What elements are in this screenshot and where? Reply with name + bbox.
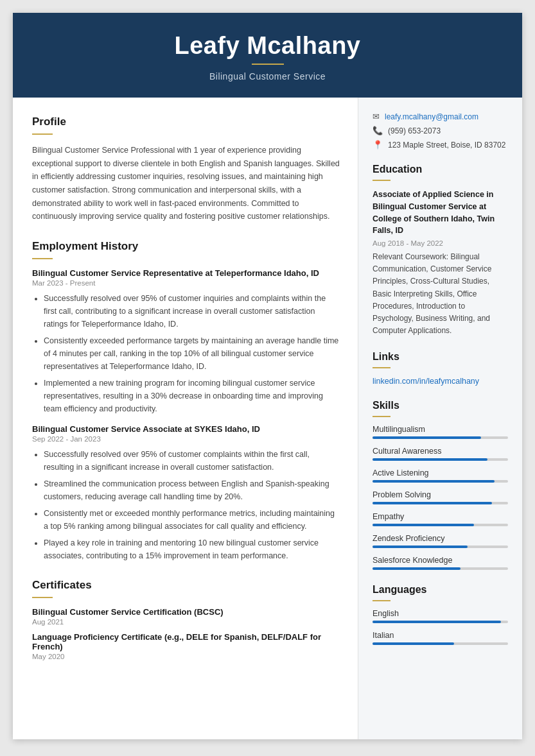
- skill-name: Salesforce Knowledge: [373, 556, 508, 565]
- lang-bar-fill: [373, 642, 454, 645]
- skill-bar-bg: [373, 567, 508, 570]
- skill-bar-fill: [373, 458, 487, 461]
- skill-bar-bg: [373, 524, 508, 526]
- left-column: Profile Bilingual Customer Service Profe…: [13, 98, 358, 739]
- skill-bar-fill: [373, 524, 474, 526]
- lang-bar-fill: [373, 621, 501, 623]
- languages-list: English Italian: [373, 609, 508, 645]
- skill-item: Empathy: [373, 512, 508, 526]
- lang-bar-bg: [373, 621, 508, 623]
- profile-text: Bilingual Customer Service Professional …: [32, 144, 340, 223]
- resume-header: Leafy Mcalhany Bilingual Customer Servic…: [13, 13, 522, 98]
- links-section: Links linkedin.com/in/leafymcalhany: [373, 351, 508, 386]
- profile-divider: [32, 133, 53, 135]
- skill-bar-fill: [373, 567, 460, 570]
- certificates-divider: [32, 597, 53, 598]
- job-bullets-2: Successfully resolved over 95% of custom…: [32, 448, 340, 562]
- cert-item: Language Proficiency Certificate (e.g., …: [32, 632, 340, 660]
- certificates-section: Certificates Bilingual Customer Service …: [32, 579, 340, 660]
- edu-date: Aug 2018 - May 2022: [373, 239, 508, 247]
- linkedin-link[interactable]: linkedin.com/in/leafymcalhany: [373, 377, 479, 386]
- employment-title: Employment History: [32, 240, 340, 253]
- job-item: Bilingual Customer Service Representativ…: [32, 268, 340, 415]
- skill-item: Problem Solving: [373, 490, 508, 504]
- contact-email-item: ✉ leafy.mcalhany@gmail.com: [373, 112, 508, 121]
- links-title: Links: [373, 351, 508, 363]
- contact-phone-item: 📞 (959) 653-2073: [373, 126, 508, 135]
- job-date-1: Mar 2023 - Present: [32, 279, 340, 287]
- skill-bar-fill: [373, 436, 481, 439]
- profile-section: Profile Bilingual Customer Service Profe…: [32, 116, 340, 223]
- skill-name: Multilingualism: [373, 425, 508, 434]
- phone-text: (959) 653-2073: [388, 126, 441, 135]
- contact-section: ✉ leafy.mcalhany@gmail.com 📞 (959) 653-2…: [373, 112, 508, 150]
- bullet: Played a key role in training and mentor…: [44, 537, 340, 562]
- lang-item: Italian: [373, 631, 508, 645]
- education-section: Education Associate of Applied Science i…: [373, 164, 508, 337]
- skill-item: Cultural Awareness: [373, 447, 508, 461]
- languages-title: Languages: [373, 584, 508, 596]
- right-column: ✉ leafy.mcalhany@gmail.com 📞 (959) 653-2…: [358, 98, 522, 739]
- bullet: Consistently met or exceeded monthly per…: [44, 507, 340, 533]
- bullet: Successfully resolved over 95% of custom…: [44, 292, 340, 331]
- skill-bar-fill: [373, 502, 492, 504]
- skill-bar-bg: [373, 502, 508, 504]
- skill-bar-fill: [373, 546, 468, 548]
- skills-divider: [373, 416, 390, 417]
- employment-divider: [32, 258, 53, 259]
- education-divider: [373, 180, 390, 181]
- skill-bar-bg: [373, 480, 508, 483]
- cert-date-1: Aug 2021: [32, 618, 340, 626]
- job-date-2: Sep 2022 - Jan 2023: [32, 435, 340, 443]
- edu-degree: Associate of Applied Science in Bilingua…: [373, 189, 508, 237]
- bullet: Implemented a new training program for i…: [44, 377, 340, 415]
- skills-section: Skills Multilingualism Cultural Awarenes…: [373, 400, 508, 570]
- location-icon: 📍: [373, 140, 383, 150]
- skill-name: Active Listening: [373, 468, 508, 477]
- job-title-1: Bilingual Customer Service Representativ…: [32, 268, 340, 278]
- skill-item: Salesforce Knowledge: [373, 556, 508, 570]
- skill-name: Cultural Awareness: [373, 447, 508, 456]
- languages-divider: [373, 600, 390, 601]
- skills-list: Multilingualism Cultural Awareness Activ…: [373, 425, 508, 570]
- email-link[interactable]: leafy.mcalhany@gmail.com: [385, 112, 478, 121]
- skill-item: Multilingualism: [373, 425, 508, 439]
- candidate-name: Leafy Mcalhany: [39, 32, 496, 60]
- resume-container: Leafy Mcalhany Bilingual Customer Servic…: [13, 13, 522, 739]
- cert-date-2: May 2020: [32, 653, 340, 660]
- lang-bar-bg: [373, 642, 508, 645]
- bullet: Streamlined the communication process be…: [44, 477, 340, 503]
- edu-courses: Relevant Coursework: Bilingual Communica…: [373, 251, 508, 337]
- education-title: Education: [373, 164, 508, 175]
- skill-item: Active Listening: [373, 468, 508, 483]
- cert-item: Bilingual Customer Service Certification…: [32, 607, 340, 626]
- certificates-title: Certificates: [32, 579, 340, 592]
- profile-title: Profile: [32, 116, 340, 128]
- employment-section: Employment History Bilingual Customer Se…: [32, 240, 340, 562]
- phone-icon: 📞: [373, 126, 383, 135]
- job-title-2: Bilingual Customer Service Associate at …: [32, 424, 340, 434]
- lang-name: English: [373, 609, 508, 618]
- lang-name: Italian: [373, 631, 508, 640]
- cert-title-2: Language Proficiency Certificate (e.g., …: [32, 632, 340, 651]
- contact-address-item: 📍 123 Maple Street, Boise, ID 83702: [373, 140, 508, 150]
- address-text: 123 Maple Street, Boise, ID 83702: [388, 141, 505, 150]
- email-icon: ✉: [373, 112, 380, 121]
- skill-bar-fill: [373, 480, 495, 483]
- links-divider: [373, 367, 390, 368]
- header-underline: [252, 64, 284, 65]
- resume-body: Profile Bilingual Customer Service Profe…: [13, 98, 522, 739]
- candidate-title: Bilingual Customer Service: [39, 71, 496, 82]
- skill-bar-bg: [373, 458, 508, 461]
- bullet: Consistently exceeded performance target…: [44, 334, 340, 373]
- bullet: Successfully resolved over 95% of custom…: [44, 448, 340, 474]
- job-item: Bilingual Customer Service Associate at …: [32, 424, 340, 562]
- skill-bar-bg: [373, 546, 508, 548]
- skill-bar-bg: [373, 436, 508, 439]
- skills-title: Skills: [373, 400, 508, 411]
- skill-name: Zendesk Proficiency: [373, 534, 508, 543]
- skill-name: Empathy: [373, 512, 508, 521]
- skill-name: Problem Solving: [373, 490, 508, 499]
- cert-title-1: Bilingual Customer Service Certification…: [32, 607, 340, 617]
- job-bullets-1: Successfully resolved over 95% of custom…: [32, 292, 340, 415]
